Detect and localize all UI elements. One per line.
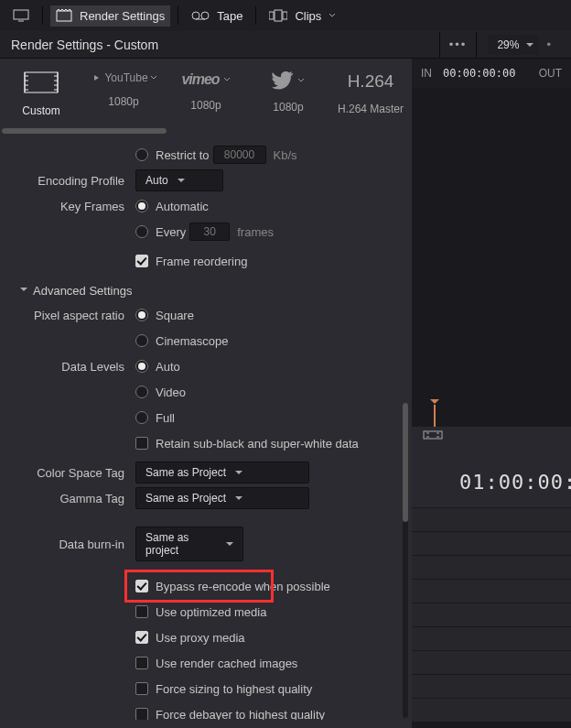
svg-rect-8 [424, 431, 442, 439]
color-space-tag-label: Color Space Tag [7, 466, 135, 480]
zoom-dot: • [546, 38, 551, 51]
dl-video-label: Video [156, 386, 186, 399]
preset-sub: 1080p [108, 95, 138, 108]
retain-subblack-label: Retain sub-black and super-white data [156, 437, 359, 451]
bypass-reencode-check[interactable] [135, 580, 148, 592]
par-label: Pixel aspect ratio [7, 309, 135, 322]
clips-label: Clips [295, 9, 321, 23]
track-header-icon[interactable] [423, 429, 450, 444]
restrict-to-label: Restrict to [156, 148, 210, 162]
preset-twitter[interactable]: 1080p [249, 71, 328, 117]
in-label: IN [421, 67, 432, 80]
svg-rect-0 [14, 10, 28, 19]
kf-every-label: Every [156, 225, 186, 239]
track-row[interactable] [412, 579, 571, 603]
preset-sub: H.264 Master [338, 103, 404, 115]
track-row[interactable] [412, 507, 571, 531]
chevron-down-icon [20, 288, 27, 295]
force-sizing-check[interactable] [135, 682, 148, 695]
chevron-down-icon [329, 12, 336, 19]
use-proxy-media-check[interactable] [135, 631, 148, 644]
track-row[interactable] [412, 626, 571, 650]
svg-point-3 [201, 12, 209, 19]
retain-subblack-check[interactable] [135, 437, 148, 450]
encoding-profile-label: Encoding Profile [7, 174, 135, 188]
svg-rect-4 [269, 12, 274, 19]
use-render-cached-label: Use render cached images [156, 657, 297, 670]
track-row[interactable] [412, 674, 571, 698]
gamma-tag-select[interactable]: Same as Project [135, 487, 309, 509]
restrict-to-radio[interactable] [135, 148, 148, 161]
par-cinemascope-label: Cinemascope [156, 334, 229, 348]
kf-every-radio[interactable] [135, 225, 148, 238]
force-sizing-label: Force sizing to highest quality [156, 682, 312, 696]
data-burnin-label: Data burn-in [7, 538, 135, 551]
preset-custom[interactable]: Custom [2, 71, 81, 117]
clips-tab[interactable]: Clips [264, 5, 341, 27]
advanced-settings-label: Advanced Settings [33, 284, 132, 298]
track-row[interactable] [412, 603, 571, 626]
render-settings-tab[interactable]: Render Settings [50, 5, 170, 27]
preset-youtube[interactable]: YouTube 1080p [84, 71, 163, 117]
preset-label: H.264 [348, 71, 394, 92]
bypass-reencode-label: Bypass re-encode when possible [156, 580, 330, 593]
use-proxy-media-label: Use proxy media [156, 631, 245, 645]
preset-h264[interactable]: H.264 H.264 Master [331, 71, 410, 117]
data-levels-label: Data Levels [7, 360, 135, 374]
par-square-label: Square [156, 309, 194, 322]
dl-auto-radio[interactable] [135, 360, 148, 373]
more-button[interactable]: ••• [442, 34, 475, 55]
timeline-timecode[interactable]: 01:00:00:00 [459, 471, 571, 494]
dl-full-label: Full [156, 411, 175, 425]
svg-point-2 [192, 12, 199, 19]
preset-sub: 1080p [273, 101, 303, 114]
force-debayer-check[interactable] [135, 708, 148, 720]
par-cinemascope-radio[interactable] [135, 334, 148, 347]
kf-automatic-label: Automatic [156, 200, 209, 213]
kf-automatic-radio[interactable] [135, 200, 148, 212]
frame-reordering-label: Frame reordering [156, 255, 247, 268]
dl-full-radio[interactable] [135, 411, 148, 424]
svg-rect-5 [275, 10, 282, 21]
render-settings-label: Render Settings [80, 9, 165, 23]
kbs-unit: Kb/s [274, 148, 297, 162]
dl-video-radio[interactable] [135, 386, 148, 398]
frames-unit: frames [237, 225, 274, 239]
par-square-radio[interactable] [135, 309, 148, 321]
track-row[interactable] [412, 531, 571, 555]
workspace-icon[interactable] [7, 5, 35, 26]
kf-every-input[interactable] [189, 223, 230, 241]
use-render-cached-check[interactable] [135, 657, 148, 669]
svg-rect-1 [57, 11, 71, 21]
tape-tab[interactable]: Tape [186, 5, 248, 27]
tape-label: Tape [217, 9, 242, 23]
advanced-settings-toggle[interactable]: Advanced Settings [20, 284, 395, 298]
color-space-tag-select[interactable]: Same as Project [135, 462, 309, 484]
frame-reordering-check[interactable] [135, 255, 148, 267]
settings-scrollbar[interactable] [403, 403, 408, 718]
track-row[interactable] [412, 698, 571, 722]
in-timecode[interactable]: 00:00:00:00 [443, 67, 515, 80]
svg-rect-7 [25, 72, 58, 92]
use-optimized-media-check[interactable] [135, 605, 148, 618]
playhead[interactable] [434, 405, 436, 427]
encoding-profile-select[interactable]: Auto [135, 169, 223, 191]
key-frames-label: Key Frames [7, 200, 135, 213]
preset-label: Custom [22, 104, 59, 117]
restrict-to-input[interactable] [213, 146, 266, 164]
gamma-tag-label: Gamma Tag [7, 492, 135, 505]
viewer[interactable]: 01:00:00:00 [412, 88, 571, 728]
data-burnin-select[interactable]: Same as project [135, 527, 243, 561]
preset-vimeo[interactable]: vimeo 1080p [167, 71, 245, 117]
zoom-select[interactable]: 29% [488, 35, 539, 55]
dl-auto-label: Auto [156, 360, 180, 374]
force-debayer-label: Force debayer to highest quality [156, 708, 325, 721]
track-row[interactable] [412, 650, 571, 674]
panel-title: Render Settings - Custom [11, 38, 437, 52]
preset-sub: 1080p [190, 99, 221, 112]
svg-rect-6 [283, 12, 287, 19]
use-optimized-media-label: Use optimized media [156, 605, 266, 619]
out-label: OUT [539, 67, 562, 80]
track-row[interactable] [412, 555, 571, 579]
